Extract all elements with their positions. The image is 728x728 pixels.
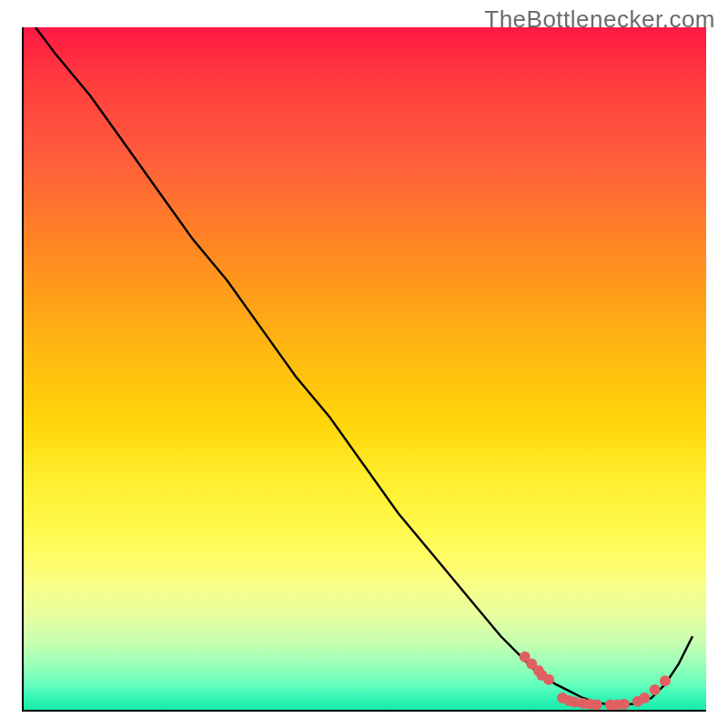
curve-marker [660, 675, 671, 686]
bottleneck-curve-line [35, 27, 693, 705]
chart-container: TheBottlenecker.com [0, 0, 728, 728]
curve-marker [650, 684, 661, 695]
curve-marker [592, 700, 602, 711]
curve-marker [639, 693, 650, 703]
plot-area [22, 27, 706, 712]
curve-marker [543, 674, 554, 685]
curve-markers [520, 652, 671, 711]
curve-marker [619, 699, 630, 710]
chart-svg [22, 27, 706, 712]
